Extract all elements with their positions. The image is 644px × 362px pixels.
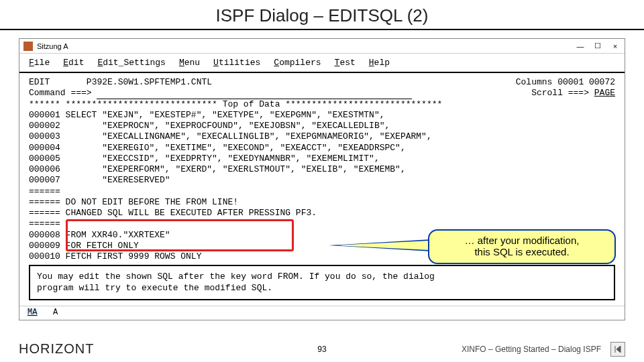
menu-file[interactable]: File [29,58,50,68]
editor-line[interactable]: ====== DO NOT EDIT BEFORE THE FROM LINE! [29,197,615,208]
slide-footer: HORIZONT 93 XINFO – Getting Started – Di… [0,341,644,357]
editor-line[interactable]: ====== [29,186,615,197]
editor-line[interactable]: ====== [29,219,615,229]
footer-brand: HORIZONT [19,341,94,357]
status-ma: MA [26,308,38,317]
status-a: A [53,308,58,317]
help-message-box: You may edit the shown SQL after the key… [29,265,615,300]
editor-line[interactable]: 000005 "EXECCSID", "EXEDPRTY", "EXEDYNAM… [29,154,615,164]
editor-line[interactable]: 000001 SELECT "EXEJN", "EXESTEP#", "EXET… [29,110,615,121]
annotation-callout: … after your modification, this SQL is e… [428,229,616,264]
menu-menu[interactable]: Menu [179,58,200,68]
menu-bar: File Edit Edit_Settings Menu Utilities C… [19,54,625,73]
menu-compilers[interactable]: Compilers [274,58,321,68]
window-title: Sitzung A [37,42,68,50]
callout-pointer-fill [335,240,443,251]
editor-line[interactable]: 000003 "EXECALLINGNAME", "EXECALLINGLIB"… [29,131,615,142]
editor-body: EDIT P392E.S0W1.SPFTEMP1.CNTL Columns 00… [19,73,625,302]
callout-line1: … after your modification, [437,235,606,246]
editor-line[interactable]: 000006 "EXEPERFORM", "EXERD", "EXERLSTMO… [29,164,615,175]
menu-utilities[interactable]: Utilities [213,58,260,68]
status-bar: MA A [19,306,625,320]
menu-edit[interactable]: Edit [63,58,84,68]
footer-breadcrumb: XINFO – Getting Started – Dialog ISPF [462,345,601,354]
edit-mode-label: EDIT P392E.S0W1.SPFTEMP1.CNTL [29,77,212,88]
terminal-window: Sitzung A — ☐ × File Edit Edit_Settings … [19,38,625,320]
maximize-button[interactable]: ☐ [592,41,603,52]
command-line[interactable]: Command ===> [29,88,412,99]
editor-line[interactable]: 000007 "EXERESERVED" [29,175,615,186]
menu-help[interactable]: Help [369,58,390,68]
page-number: 93 [317,345,326,354]
title-divider [0,29,644,30]
scroll-field[interactable]: Scroll ===> PAGE [531,88,615,99]
slide-title: ISPF Dialog – EDITSQL (2) [0,0,644,29]
editor-line[interactable]: 000004 "EXEREGIO", "EXETIME", "EXECOND",… [29,143,615,154]
callout-line2: this SQL is executed. [437,246,606,257]
close-button[interactable]: × [610,41,621,52]
window-titlebar: Sitzung A — ☐ × [19,39,625,54]
menu-edit-settings[interactable]: Edit_Settings [97,58,165,68]
editor-line[interactable]: 000002 "EXEPROCN", "EXEPROCFOUND", "EXEJ… [29,121,615,131]
columns-indicator: Columns 00001 00072 [516,77,615,88]
minimize-button[interactable]: — [575,41,586,52]
editor-line[interactable]: ****** ***************************** Top… [29,99,615,110]
editor-line[interactable]: ====== CHANGED SQL WILL BE EXECUTED AFTE… [29,208,615,219]
menu-test[interactable]: Test [335,58,356,68]
first-slide-icon[interactable] [610,342,625,357]
app-icon [23,42,33,51]
